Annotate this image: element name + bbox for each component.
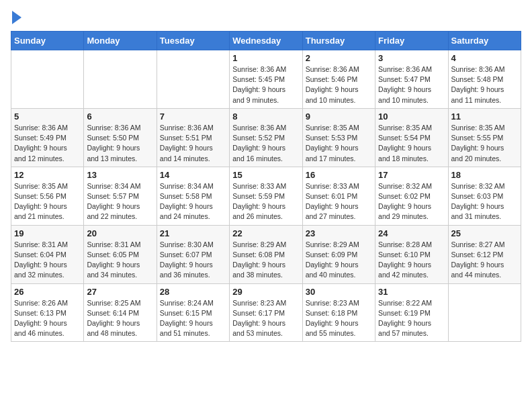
day-number: 7: [160, 111, 226, 122]
calendar-cell: 16Sunrise: 8:33 AM Sunset: 6:01 PM Dayli…: [302, 167, 375, 225]
logo: [11, 11, 21, 24]
calendar-cell: 17Sunrise: 8:32 AM Sunset: 6:02 PM Dayli…: [375, 167, 448, 225]
day-number: 22: [232, 228, 299, 238]
calendar-cell: 11Sunrise: 8:35 AM Sunset: 5:55 PM Dayli…: [448, 108, 521, 167]
calendar-week-3: 12Sunrise: 8:35 AM Sunset: 5:56 PM Dayli…: [11, 167, 521, 225]
day-info: Sunrise: 8:26 AM Sunset: 6:13 PM Dayligh…: [14, 298, 81, 339]
day-info: Sunrise: 8:32 AM Sunset: 6:02 PM Dayligh…: [378, 181, 445, 222]
calendar-cell: [11, 50, 84, 109]
day-number: 2: [306, 53, 372, 63]
day-info: Sunrise: 8:24 AM Sunset: 6:15 PM Dayligh…: [160, 298, 226, 339]
day-info: Sunrise: 8:35 AM Sunset: 5:53 PM Dayligh…: [306, 123, 372, 164]
calendar-cell: 8Sunrise: 8:36 AM Sunset: 5:52 PM Daylig…: [230, 108, 302, 167]
day-number: 24: [378, 228, 445, 238]
day-info: Sunrise: 8:36 AM Sunset: 5:49 PM Dayligh…: [14, 123, 81, 164]
calendar-cell: 1Sunrise: 8:36 AM Sunset: 5:45 PM Daylig…: [230, 50, 302, 109]
day-info: Sunrise: 8:23 AM Sunset: 6:17 PM Dayligh…: [232, 298, 299, 339]
day-info: Sunrise: 8:29 AM Sunset: 6:08 PM Dayligh…: [232, 240, 299, 281]
calendar-cell: 23Sunrise: 8:29 AM Sunset: 6:09 PM Dayli…: [302, 225, 375, 283]
calendar-cell: 9Sunrise: 8:35 AM Sunset: 5:53 PM Daylig…: [302, 108, 375, 167]
day-info: Sunrise: 8:34 AM Sunset: 5:58 PM Dayligh…: [160, 181, 226, 222]
day-number: 14: [160, 170, 226, 180]
day-number: 25: [451, 228, 518, 238]
calendar-cell: 5Sunrise: 8:36 AM Sunset: 5:49 PM Daylig…: [11, 108, 84, 167]
day-number: 3: [378, 53, 445, 63]
day-info: Sunrise: 8:36 AM Sunset: 5:47 PM Dayligh…: [378, 64, 445, 105]
day-number: 28: [160, 287, 226, 297]
calendar-cell: 20Sunrise: 8:31 AM Sunset: 6:05 PM Dayli…: [84, 225, 157, 283]
weekday-header-wednesday: Wednesday: [230, 32, 302, 50]
day-number: 29: [232, 287, 299, 297]
day-info: Sunrise: 8:34 AM Sunset: 5:57 PM Dayligh…: [87, 181, 153, 222]
day-info: Sunrise: 8:33 AM Sunset: 6:01 PM Dayligh…: [306, 181, 372, 222]
day-number: 17: [378, 170, 445, 180]
weekday-header-thursday: Thursday: [302, 32, 375, 50]
day-number: 16: [306, 170, 372, 180]
calendar-week-4: 19Sunrise: 8:31 AM Sunset: 6:04 PM Dayli…: [11, 225, 521, 283]
weekday-header-tuesday: Tuesday: [157, 32, 229, 50]
calendar-cell: [84, 50, 157, 109]
day-info: Sunrise: 8:32 AM Sunset: 6:03 PM Dayligh…: [451, 181, 518, 222]
day-info: Sunrise: 8:22 AM Sunset: 6:19 PM Dayligh…: [378, 298, 445, 339]
page-header: [11, 11, 521, 24]
calendar-cell: 14Sunrise: 8:34 AM Sunset: 5:58 PM Dayli…: [157, 167, 229, 225]
calendar-cell: 31Sunrise: 8:22 AM Sunset: 6:19 PM Dayli…: [375, 283, 448, 342]
day-number: 21: [160, 228, 226, 238]
calendar-cell: 18Sunrise: 8:32 AM Sunset: 6:03 PM Dayli…: [448, 167, 521, 225]
day-info: Sunrise: 8:27 AM Sunset: 6:12 PM Dayligh…: [451, 240, 518, 281]
day-info: Sunrise: 8:33 AM Sunset: 5:59 PM Dayligh…: [232, 181, 299, 222]
day-info: Sunrise: 8:36 AM Sunset: 5:48 PM Dayligh…: [451, 64, 518, 105]
day-info: Sunrise: 8:35 AM Sunset: 5:56 PM Dayligh…: [14, 181, 81, 222]
calendar-table: SundayMondayTuesdayWednesdayThursdayFrid…: [11, 31, 521, 342]
day-info: Sunrise: 8:35 AM Sunset: 5:54 PM Dayligh…: [378, 123, 445, 164]
calendar-cell: 28Sunrise: 8:24 AM Sunset: 6:15 PM Dayli…: [157, 283, 229, 342]
day-info: Sunrise: 8:25 AM Sunset: 6:14 PM Dayligh…: [87, 298, 153, 339]
calendar-cell: 13Sunrise: 8:34 AM Sunset: 5:57 PM Dayli…: [84, 167, 157, 225]
day-info: Sunrise: 8:30 AM Sunset: 6:07 PM Dayligh…: [160, 240, 226, 281]
day-info: Sunrise: 8:36 AM Sunset: 5:46 PM Dayligh…: [306, 64, 372, 105]
day-info: Sunrise: 8:36 AM Sunset: 5:45 PM Dayligh…: [232, 64, 299, 105]
calendar-week-2: 5Sunrise: 8:36 AM Sunset: 5:49 PM Daylig…: [11, 108, 521, 167]
calendar-cell: [157, 50, 229, 109]
logo-arrow-icon: [12, 11, 21, 24]
day-info: Sunrise: 8:31 AM Sunset: 6:05 PM Dayligh…: [87, 240, 153, 281]
day-info: Sunrise: 8:31 AM Sunset: 6:04 PM Dayligh…: [14, 240, 81, 281]
calendar-cell: 10Sunrise: 8:35 AM Sunset: 5:54 PM Dayli…: [375, 108, 448, 167]
calendar-header-row: SundayMondayTuesdayWednesdayThursdayFrid…: [11, 32, 521, 50]
calendar-cell: 26Sunrise: 8:26 AM Sunset: 6:13 PM Dayli…: [11, 283, 84, 342]
day-info: Sunrise: 8:28 AM Sunset: 6:10 PM Dayligh…: [378, 240, 445, 281]
day-info: Sunrise: 8:36 AM Sunset: 5:51 PM Dayligh…: [160, 123, 226, 164]
day-number: 26: [14, 287, 81, 297]
day-info: Sunrise: 8:29 AM Sunset: 6:09 PM Dayligh…: [306, 240, 372, 281]
day-number: 30: [306, 287, 372, 297]
calendar-cell: 25Sunrise: 8:27 AM Sunset: 6:12 PM Dayli…: [448, 225, 521, 283]
day-number: 13: [87, 170, 153, 180]
weekday-header-monday: Monday: [84, 32, 157, 50]
day-number: 5: [14, 111, 81, 122]
calendar-cell: 15Sunrise: 8:33 AM Sunset: 5:59 PM Dayli…: [230, 167, 302, 225]
calendar-cell: 29Sunrise: 8:23 AM Sunset: 6:17 PM Dayli…: [230, 283, 302, 342]
calendar-week-1: 1Sunrise: 8:36 AM Sunset: 5:45 PM Daylig…: [11, 50, 521, 109]
calendar-cell: 21Sunrise: 8:30 AM Sunset: 6:07 PM Dayli…: [157, 225, 229, 283]
day-number: 11: [451, 111, 518, 122]
day-number: 15: [232, 170, 299, 180]
calendar-cell: 30Sunrise: 8:23 AM Sunset: 6:18 PM Dayli…: [302, 283, 375, 342]
day-info: Sunrise: 8:36 AM Sunset: 5:50 PM Dayligh…: [87, 123, 153, 164]
day-number: 8: [232, 111, 299, 122]
calendar-cell: 27Sunrise: 8:25 AM Sunset: 6:14 PM Dayli…: [84, 283, 157, 342]
calendar-cell: 22Sunrise: 8:29 AM Sunset: 6:08 PM Dayli…: [230, 225, 302, 283]
day-number: 23: [306, 228, 372, 238]
day-info: Sunrise: 8:35 AM Sunset: 5:55 PM Dayligh…: [451, 123, 518, 164]
calendar-cell: 4Sunrise: 8:36 AM Sunset: 5:48 PM Daylig…: [448, 50, 521, 109]
calendar-cell: 19Sunrise: 8:31 AM Sunset: 6:04 PM Dayli…: [11, 225, 84, 283]
weekday-header-friday: Friday: [375, 32, 448, 50]
day-number: 10: [378, 111, 445, 122]
day-info: Sunrise: 8:36 AM Sunset: 5:52 PM Dayligh…: [232, 123, 299, 164]
calendar-cell: 12Sunrise: 8:35 AM Sunset: 5:56 PM Dayli…: [11, 167, 84, 225]
weekday-header-sunday: Sunday: [11, 32, 84, 50]
day-number: 4: [451, 53, 518, 63]
day-number: 12: [14, 170, 81, 180]
day-number: 9: [306, 111, 372, 122]
calendar-cell: 24Sunrise: 8:28 AM Sunset: 6:10 PM Dayli…: [375, 225, 448, 283]
calendar-body: 1Sunrise: 8:36 AM Sunset: 5:45 PM Daylig…: [11, 50, 521, 342]
